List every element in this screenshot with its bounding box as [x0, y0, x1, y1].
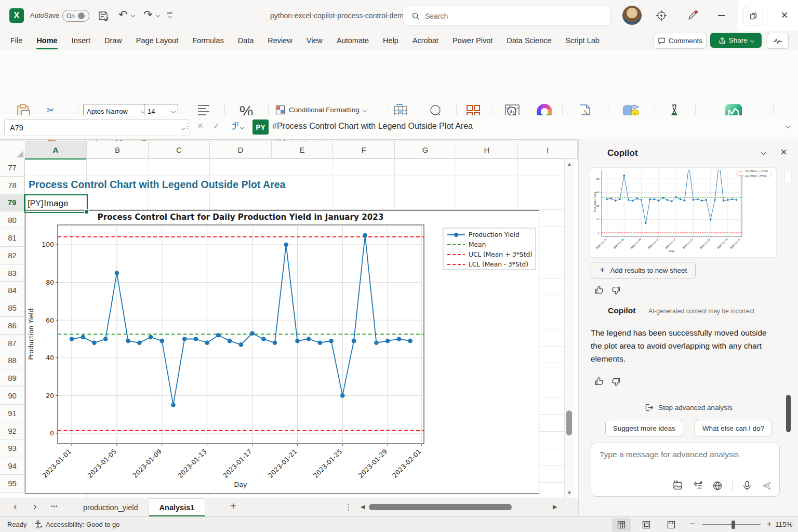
zoom-level[interactable]: 115% — [775, 521, 793, 528]
suggestion-pill-1[interactable]: What else can I do? — [695, 420, 772, 436]
column-header-H[interactable]: H — [456, 141, 518, 159]
formula-text[interactable]: #Process Control Chart with Legend Outsi… — [272, 122, 473, 131]
vertical-scrollbar[interactable]: ▲ ▼ — [564, 159, 574, 498]
sheet-prev-icon[interactable]: ‹ — [14, 500, 17, 512]
search-box[interactable] — [403, 6, 610, 26]
ribbon-tab-view[interactable]: View — [304, 32, 325, 49]
select-all-corner[interactable] — [0, 141, 25, 159]
row-header-79[interactable]: 79 — [0, 194, 25, 212]
ribbon-tab-data-science[interactable]: Data Science — [504, 32, 553, 49]
sheet-tab-production_yield[interactable]: production_yield — [73, 498, 149, 516]
row-header-82[interactable]: 82 — [0, 247, 25, 264]
zoom-slider-thumb[interactable] — [732, 521, 735, 529]
ribbon-tab-formulas[interactable]: Formulas — [190, 32, 225, 49]
column-header-I[interactable]: I — [518, 141, 578, 159]
share-button[interactable]: Share — [710, 33, 762, 48]
hscroll-right-icon[interactable]: ▶ — [553, 503, 557, 510]
ribbon-tab-data[interactable]: Data — [236, 32, 256, 49]
avatar[interactable] — [622, 6, 642, 25]
status-ready[interactable]: Ready — [7, 521, 27, 528]
row-header-83[interactable]: 83 — [0, 264, 25, 282]
minimize-button[interactable] — [718, 15, 725, 16]
column-header-A[interactable]: A — [25, 141, 87, 159]
ribbon-tab-page-layout[interactable]: Page Layout — [134, 32, 180, 49]
add-image-icon[interactable] — [673, 481, 683, 491]
sheet-next-icon[interactable]: › — [33, 500, 37, 512]
column-header-B[interactable]: B — [87, 141, 149, 159]
quick-access-customize-icon[interactable] — [167, 12, 172, 14]
thumbs-up-icon[interactable] — [594, 285, 604, 295]
copilot-input[interactable] — [598, 449, 772, 460]
ribbon-tab-insert[interactable]: Insert — [70, 32, 92, 49]
cut-icon[interactable]: ✂ — [47, 105, 54, 116]
ribbon-tab-home[interactable]: Home — [34, 32, 59, 49]
row-header-88[interactable]: 88 — [0, 352, 25, 370]
add-sheet-button[interactable]: + — [230, 500, 236, 512]
redo-icon[interactable]: ↷ — [143, 8, 153, 21]
ribbon-tab-acrobat[interactable]: Acrobat — [410, 32, 441, 49]
quick-access-chevron[interactable] — [168, 14, 172, 18]
name-box[interactable]: A79 — [4, 119, 190, 136]
ribbon-tab-help[interactable]: Help — [381, 32, 401, 49]
thumbs-down-icon[interactable] — [611, 286, 621, 296]
row-header-90[interactable]: 90 — [0, 387, 25, 405]
send-icon[interactable] — [762, 481, 772, 491]
row-header-92[interactable]: 92 — [0, 422, 25, 440]
restore-button[interactable] — [743, 6, 763, 26]
add-results-button[interactable]: + Add results to new sheet — [591, 262, 696, 278]
save-icon[interactable] — [98, 10, 109, 21]
formula-bar-expand-chevron[interactable] — [786, 124, 790, 128]
hscroll-left-icon[interactable]: ◀ — [361, 503, 365, 510]
ribbon-tab-draw[interactable]: Draw — [102, 32, 124, 49]
sheet-tab-Analysis1[interactable]: Analysis1 — [149, 498, 206, 517]
insert-python-icon[interactable]: [] — [228, 121, 240, 133]
ribbon-tab-file[interactable]: File — [8, 32, 24, 49]
insert-python-chevron[interactable] — [240, 125, 244, 129]
scroll-down-icon[interactable]: ▼ — [567, 490, 572, 496]
conditional-formatting-button[interactable]: Conditional Formatting — [275, 105, 366, 115]
copilot-input-card[interactable] — [591, 443, 780, 497]
globe-icon[interactable] — [712, 481, 723, 491]
row-header-93[interactable]: 93 — [0, 440, 25, 458]
stop-advanced-analysis-button[interactable]: Stop advanced analysis — [579, 403, 798, 412]
page-layout-view-button[interactable] — [637, 518, 656, 531]
undo-dropdown-chevron[interactable] — [131, 13, 135, 17]
ribbon-tab-script-lab[interactable]: Script Lab — [564, 32, 602, 49]
row-header-95[interactable]: 95 — [0, 475, 25, 493]
zoom-in-button[interactable]: + — [767, 520, 772, 529]
chart-preview-card[interactable]: 0204060801002023-01-012023-01-052023-01-… — [590, 167, 777, 258]
cancel-formula-icon[interactable]: × — [197, 120, 203, 131]
row-header-78[interactable]: 78 — [0, 177, 25, 194]
row-header-81[interactable]: 81 — [0, 229, 25, 247]
row-header-94[interactable]: 94 — [0, 457, 25, 475]
horizontal-scroll-thumb[interactable] — [369, 504, 512, 510]
pen-icon[interactable] — [687, 10, 698, 21]
confirm-formula-icon[interactable]: ✓ — [213, 121, 220, 131]
row-header-77[interactable]: 77 — [0, 159, 25, 177]
page-break-view-button[interactable] — [662, 518, 681, 531]
column-header-F[interactable]: F — [333, 141, 395, 159]
copilot-collapse-chevron[interactable] — [761, 150, 766, 155]
normal-view-button[interactable] — [612, 518, 631, 531]
microphone-icon[interactable] — [742, 481, 752, 491]
row-header-91[interactable]: 91 — [0, 405, 25, 422]
row-header-87[interactable]: 87 — [0, 335, 25, 352]
row-header-89[interactable]: 89 — [0, 369, 25, 387]
column-header-E[interactable]: E — [272, 141, 333, 159]
undo-icon[interactable]: ↶ — [118, 8, 128, 21]
selected-cell[interactable]: [PY] Image — [24, 194, 88, 213]
comments-button[interactable]: Comments — [654, 33, 707, 49]
vertical-scroll-thumb[interactable] — [566, 410, 572, 435]
autosave-toggle[interactable]: On — [62, 10, 89, 22]
heading-cell-text[interactable]: Process Control Chart with Legend Outsid… — [29, 179, 285, 191]
ribbon-tab-automate[interactable]: Automate — [335, 32, 371, 49]
column-header-G[interactable]: G — [395, 141, 456, 159]
tab-bar-more-icon[interactable]: ⋮ — [344, 502, 352, 512]
thumbs-down-icon-2[interactable] — [611, 377, 621, 387]
column-header-D[interactable]: D — [210, 141, 272, 159]
sheet-list-icon[interactable]: ••• — [51, 503, 58, 509]
copilot-close-button[interactable]: × — [780, 145, 787, 159]
chart-object[interactable]: 0204060801002023-01-012023-01-052023-01-… — [25, 210, 539, 494]
activity-button[interactable] — [767, 33, 789, 49]
row-header-86[interactable]: 86 — [0, 317, 25, 335]
